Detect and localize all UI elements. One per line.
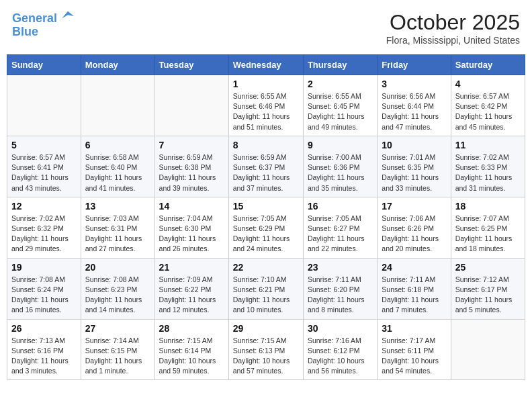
- day-info: Sunrise: 6:57 AM Sunset: 6:41 PM Dayligh…: [11, 152, 77, 193]
- day-info: Sunrise: 7:12 AM Sunset: 6:17 PM Dayligh…: [455, 275, 521, 316]
- day-number: 26: [11, 323, 77, 334]
- day-number: 31: [382, 323, 446, 334]
- day-number: 9: [308, 140, 373, 150]
- day-info: Sunrise: 7:14 AM Sunset: 6:15 PM Dayligh…: [85, 336, 150, 377]
- day-info: Sunrise: 7:01 AM Sunset: 6:35 PM Dayligh…: [382, 152, 446, 193]
- title-block: October 2025 Flora, Mississippi, United …: [386, 10, 520, 46]
- day-number: 22: [233, 262, 299, 273]
- location: Flora, Mississippi, United States: [386, 35, 520, 46]
- calendar-table: SundayMondayTuesdayWednesdayThursdayFrid…: [7, 54, 525, 380]
- day-info: Sunrise: 7:16 AM Sunset: 6:12 PM Dayligh…: [308, 336, 373, 377]
- day-info: Sunrise: 7:06 AM Sunset: 6:26 PM Dayligh…: [382, 214, 446, 255]
- day-number: 29: [233, 323, 299, 334]
- weekday-header-saturday: Saturday: [451, 55, 525, 75]
- day-info: Sunrise: 7:13 AM Sunset: 6:16 PM Dayligh…: [11, 336, 77, 377]
- day-number: 11: [455, 140, 521, 150]
- svg-marker-0: [62, 11, 74, 19]
- calendar-cell: 26Sunrise: 7:13 AM Sunset: 6:16 PM Dayli…: [7, 319, 81, 380]
- day-info: Sunrise: 6:59 AM Sunset: 6:37 PM Dayligh…: [233, 152, 299, 193]
- calendar-cell: 19Sunrise: 7:08 AM Sunset: 6:24 PM Dayli…: [7, 258, 81, 319]
- day-number: 7: [159, 140, 224, 150]
- day-info: Sunrise: 7:05 AM Sunset: 6:27 PM Dayligh…: [308, 214, 373, 255]
- day-number: 17: [382, 201, 446, 212]
- day-number: 28: [159, 323, 224, 334]
- month-title: October 2025: [386, 10, 520, 35]
- calendar-cell: 10Sunrise: 7:01 AM Sunset: 6:35 PM Dayli…: [378, 136, 451, 197]
- day-info: Sunrise: 6:58 AM Sunset: 6:40 PM Dayligh…: [85, 152, 150, 193]
- day-number: 27: [85, 323, 150, 334]
- day-number: 10: [382, 140, 446, 150]
- day-number: 25: [455, 262, 521, 273]
- day-info: Sunrise: 7:02 AM Sunset: 6:32 PM Dayligh…: [11, 214, 77, 255]
- day-info: Sunrise: 6:57 AM Sunset: 6:42 PM Dayligh…: [455, 91, 521, 132]
- day-info: Sunrise: 7:10 AM Sunset: 6:21 PM Dayligh…: [233, 275, 299, 316]
- calendar-cell: 25Sunrise: 7:12 AM Sunset: 6:17 PM Dayli…: [451, 258, 525, 319]
- logo: General Blue: [12, 10, 74, 39]
- day-number: 8: [233, 140, 299, 150]
- day-info: Sunrise: 6:55 AM Sunset: 6:45 PM Dayligh…: [308, 91, 373, 132]
- calendar-cell: 11Sunrise: 7:02 AM Sunset: 6:33 PM Dayli…: [451, 136, 525, 197]
- calendar-cell: 18Sunrise: 7:07 AM Sunset: 6:25 PM Dayli…: [451, 197, 525, 258]
- calendar-cell: 29Sunrise: 7:15 AM Sunset: 6:13 PM Dayli…: [228, 319, 303, 380]
- day-info: Sunrise: 7:08 AM Sunset: 6:23 PM Dayligh…: [85, 275, 150, 316]
- day-info: Sunrise: 7:11 AM Sunset: 6:18 PM Dayligh…: [382, 275, 446, 316]
- calendar-cell: 30Sunrise: 7:16 AM Sunset: 6:12 PM Dayli…: [303, 319, 377, 380]
- calendar-cell: 21Sunrise: 7:09 AM Sunset: 6:22 PM Dayli…: [154, 258, 228, 319]
- day-info: Sunrise: 7:17 AM Sunset: 6:11 PM Dayligh…: [382, 336, 446, 377]
- weekday-header-monday: Monday: [81, 55, 154, 75]
- calendar-cell: 4Sunrise: 6:57 AM Sunset: 6:42 PM Daylig…: [451, 75, 525, 136]
- day-info: Sunrise: 7:07 AM Sunset: 6:25 PM Dayligh…: [455, 214, 521, 255]
- calendar-cell: 1Sunrise: 6:55 AM Sunset: 6:46 PM Daylig…: [228, 75, 303, 136]
- day-info: Sunrise: 7:11 AM Sunset: 6:20 PM Dayligh…: [308, 275, 373, 316]
- calendar-cell: [7, 75, 81, 136]
- weekday-header-sunday: Sunday: [7, 55, 81, 75]
- calendar-week-3: 12Sunrise: 7:02 AM Sunset: 6:32 PM Dayli…: [7, 197, 525, 258]
- day-number: 24: [382, 262, 446, 273]
- calendar-cell: [154, 75, 228, 136]
- day-number: 1: [233, 79, 299, 89]
- day-number: 23: [308, 262, 373, 273]
- weekday-header-wednesday: Wednesday: [228, 55, 303, 75]
- calendar-week-1: 1Sunrise: 6:55 AM Sunset: 6:46 PM Daylig…: [7, 75, 525, 136]
- calendar-cell: 28Sunrise: 7:15 AM Sunset: 6:14 PM Dayli…: [154, 319, 228, 380]
- calendar-cell: 8Sunrise: 6:59 AM Sunset: 6:37 PM Daylig…: [228, 136, 303, 197]
- calendar-week-4: 19Sunrise: 7:08 AM Sunset: 6:24 PM Dayli…: [7, 258, 525, 319]
- day-number: 20: [85, 262, 150, 273]
- calendar-cell: 16Sunrise: 7:05 AM Sunset: 6:27 PM Dayli…: [303, 197, 377, 258]
- day-info: Sunrise: 7:09 AM Sunset: 6:22 PM Dayligh…: [159, 275, 224, 316]
- calendar-cell: 12Sunrise: 7:02 AM Sunset: 6:32 PM Dayli…: [7, 197, 81, 258]
- calendar-week-2: 5Sunrise: 6:57 AM Sunset: 6:41 PM Daylig…: [7, 136, 525, 197]
- calendar-week-5: 26Sunrise: 7:13 AM Sunset: 6:16 PM Dayli…: [7, 319, 525, 380]
- weekday-header-row: SundayMondayTuesdayWednesdayThursdayFrid…: [7, 55, 525, 75]
- weekday-header-friday: Friday: [378, 55, 451, 75]
- day-number: 14: [159, 201, 224, 212]
- calendar-cell: [81, 75, 154, 136]
- calendar-cell: 20Sunrise: 7:08 AM Sunset: 6:23 PM Dayli…: [81, 258, 154, 319]
- calendar-cell: 14Sunrise: 7:04 AM Sunset: 6:30 PM Dayli…: [154, 197, 228, 258]
- day-info: Sunrise: 7:04 AM Sunset: 6:30 PM Dayligh…: [159, 214, 224, 255]
- day-info: Sunrise: 7:15 AM Sunset: 6:14 PM Dayligh…: [159, 336, 224, 377]
- day-info: Sunrise: 7:02 AM Sunset: 6:33 PM Dayligh…: [455, 152, 521, 193]
- day-number: 3: [382, 79, 446, 89]
- day-info: Sunrise: 7:00 AM Sunset: 6:36 PM Dayligh…: [308, 152, 373, 193]
- day-number: 19: [11, 262, 77, 273]
- day-info: Sunrise: 7:05 AM Sunset: 6:29 PM Dayligh…: [233, 214, 299, 255]
- day-number: 13: [85, 201, 150, 212]
- day-number: 30: [308, 323, 373, 334]
- calendar-cell: 15Sunrise: 7:05 AM Sunset: 6:29 PM Dayli…: [228, 197, 303, 258]
- logo-blue: Blue: [12, 25, 38, 38]
- calendar-cell: 2Sunrise: 6:55 AM Sunset: 6:45 PM Daylig…: [303, 75, 377, 136]
- weekday-header-tuesday: Tuesday: [154, 55, 228, 75]
- logo-general: General: [12, 11, 57, 25]
- day-number: 21: [159, 262, 224, 273]
- calendar-cell: 24Sunrise: 7:11 AM Sunset: 6:18 PM Dayli…: [378, 258, 451, 319]
- day-info: Sunrise: 7:03 AM Sunset: 6:31 PM Dayligh…: [85, 214, 150, 255]
- day-info: Sunrise: 6:55 AM Sunset: 6:46 PM Dayligh…: [233, 91, 299, 132]
- day-number: 5: [11, 140, 77, 150]
- day-number: 12: [11, 201, 77, 212]
- calendar-cell: 23Sunrise: 7:11 AM Sunset: 6:20 PM Dayli…: [303, 258, 377, 319]
- calendar-cell: 13Sunrise: 7:03 AM Sunset: 6:31 PM Dayli…: [81, 197, 154, 258]
- day-info: Sunrise: 7:15 AM Sunset: 6:13 PM Dayligh…: [233, 336, 299, 377]
- calendar-cell: [451, 319, 525, 380]
- day-info: Sunrise: 6:56 AM Sunset: 6:44 PM Dayligh…: [382, 91, 446, 132]
